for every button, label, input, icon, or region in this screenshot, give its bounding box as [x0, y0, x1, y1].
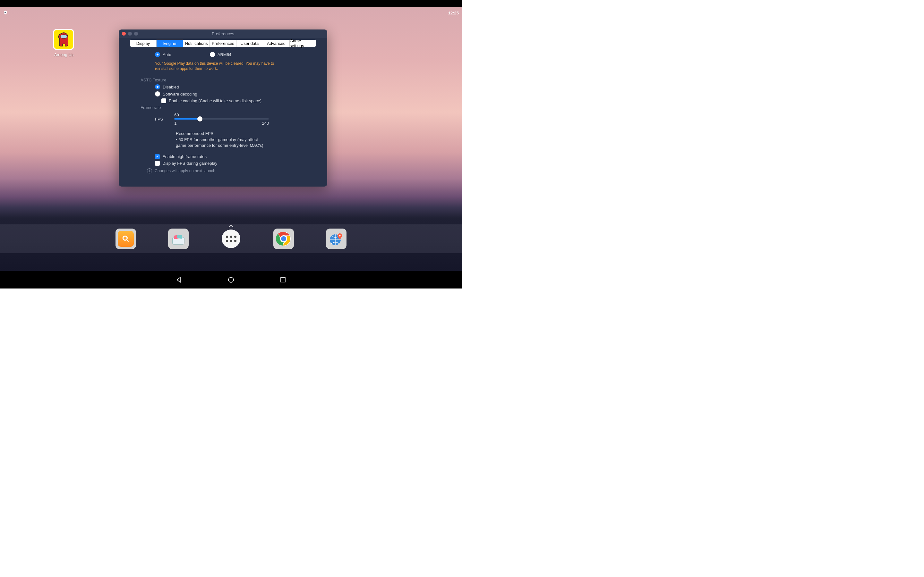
svg-point-9 [339, 235, 341, 237]
tab-game-settings[interactable]: Game settings [290, 40, 316, 47]
arch-radio-group: Auto ARM64 [137, 52, 315, 59]
tab-advanced[interactable]: Advanced [263, 40, 290, 47]
info-icon: i [147, 168, 152, 173]
globe-pin-icon [329, 231, 344, 246]
radio-icon [210, 52, 215, 57]
checkbox-label: Display FPS during gameplay [162, 161, 217, 166]
radio-label: ARM64 [218, 52, 231, 57]
screen: 12:25 Among Us [0, 0, 462, 288]
dock-installer[interactable] [168, 229, 189, 249]
search-icon [118, 231, 134, 247]
slider-thumb[interactable] [197, 116, 202, 121]
checkbox-icon [155, 161, 160, 166]
astc-heading: ASTC Texture [141, 77, 315, 82]
installer-icon [171, 233, 186, 245]
preferences-body: Auto ARM64 Your Google Play data on this… [119, 47, 327, 175]
checkbox-display-fps[interactable]: Display FPS during gameplay [155, 161, 315, 166]
dock-search[interactable] [115, 229, 136, 249]
fps-label: FPS [155, 117, 163, 121]
apps-grid-icon [222, 229, 240, 248]
fps-slider[interactable]: 60 1 240 [174, 113, 274, 126]
clock: 12:25 [448, 11, 459, 15]
tab-display[interactable]: Display [130, 40, 157, 47]
macos-topbar-black [0, 0, 462, 7]
radio-label: Disabled [163, 85, 179, 89]
checkbox-label: Enable caching (Cache will take some dis… [169, 98, 262, 103]
radio-arm64[interactable]: ARM64 [210, 52, 231, 57]
among-us-icon [53, 29, 74, 50]
radio-astc-disabled[interactable]: Disabled [155, 84, 315, 89]
checkbox-enable-caching[interactable]: Enable caching (Cache will take some dis… [137, 98, 315, 103]
framerate-heading: Frame rate [141, 105, 315, 110]
preferences-tabbar: Display Engine Notifications Preferences… [119, 38, 327, 47]
radio-icon [155, 84, 160, 89]
fps-rec-title: Recommended FPS [176, 131, 266, 137]
fps-max: 240 [262, 121, 269, 126]
dock-all-apps[interactable] [221, 229, 241, 249]
dock [0, 224, 462, 253]
android-navbar [0, 271, 462, 288]
tab-notifications[interactable]: Notifications [183, 40, 210, 47]
slider-track [174, 118, 269, 119]
footer-note-text: Changes will apply on next launch [155, 169, 215, 173]
radio-icon [155, 91, 160, 97]
svg-rect-11 [281, 277, 285, 282]
fps-min: 1 [174, 121, 176, 126]
checkbox-label: Enable high frame rates [162, 154, 207, 159]
app-among-us[interactable]: Among Us [53, 29, 75, 57]
nav-home-icon[interactable] [228, 276, 234, 284]
nav-back-icon[interactable] [176, 276, 183, 284]
desktop[interactable]: 12:25 Among Us [0, 7, 462, 271]
app-label: Among Us [53, 52, 75, 57]
dock-chrome[interactable] [273, 229, 294, 249]
radio-icon [155, 52, 160, 57]
window-titlebar[interactable]: Preferences [119, 29, 327, 38]
fps-recommendation: Recommended FPS • 60 FPS for smoother ga… [137, 131, 266, 148]
radio-label: Auto [163, 52, 171, 57]
checkbox-icon: ✓ [155, 154, 160, 159]
shield-icon [3, 10, 8, 16]
radio-astc-software[interactable]: Software decoding [155, 91, 315, 97]
radio-auto[interactable]: Auto [155, 52, 171, 57]
radio-label: Software decoding [163, 92, 197, 97]
fps-rec-body: • 60 FPS for smoother gameplay (may affe… [176, 137, 266, 148]
checkbox-high-framerate[interactable]: ✓ Enable high frame rates [155, 154, 315, 159]
checkbox-icon [162, 98, 166, 103]
svg-point-10 [228, 277, 234, 282]
fps-value: 60 [174, 113, 179, 117]
svg-point-0 [60, 35, 67, 39]
android-statusbar: 12:25 [3, 8, 459, 18]
dock-maps[interactable] [326, 229, 347, 249]
chrome-icon [276, 231, 291, 247]
footer-note: i Changes will apply on next launch [137, 168, 315, 173]
preferences-window: Preferences Display Engine Notifications… [119, 29, 327, 187]
slider-fill [174, 118, 200, 119]
tab-engine[interactable]: Engine [157, 40, 183, 47]
arch-warning: Your Google Play data on this device wil… [137, 59, 282, 76]
nav-recent-icon[interactable] [279, 276, 286, 284]
tab-user-data[interactable]: User data [236, 40, 263, 47]
svg-rect-4 [177, 235, 182, 239]
tab-preferences[interactable]: Preferences [210, 40, 236, 47]
window-title: Preferences [119, 31, 327, 36]
svg-point-1 [123, 236, 127, 240]
